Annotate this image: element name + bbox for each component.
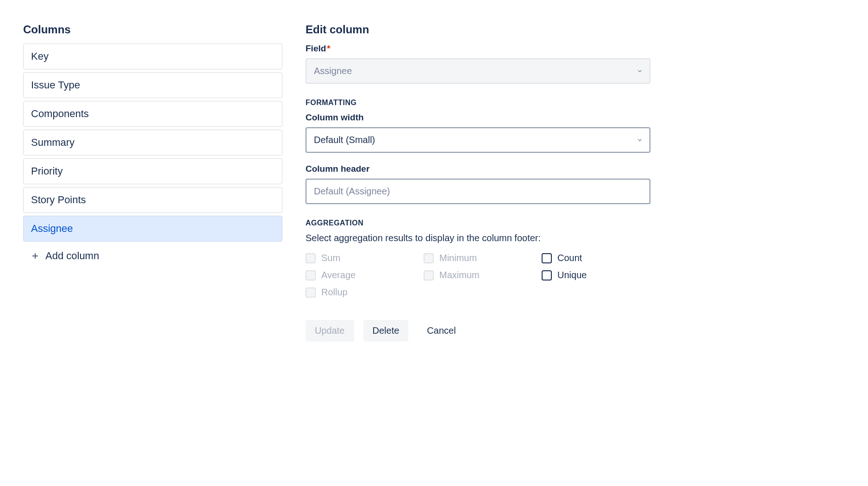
checkbox-label: Sum (321, 253, 340, 263)
columns-title: Columns (23, 23, 282, 36)
aggregation-header: AGGREGATION (306, 219, 650, 227)
checkbox-label: Count (557, 253, 582, 263)
delete-button[interactable]: Delete (363, 320, 409, 342)
formatting-header: FORMATTING (306, 99, 650, 107)
field-label: Field* (306, 44, 650, 54)
column-item[interactable]: Components (23, 101, 282, 127)
required-asterisk: * (327, 44, 330, 53)
checkbox-label: Minimum (439, 253, 477, 263)
add-column-button[interactable]: Add column (23, 244, 106, 268)
edit-column-panel: Edit column Field* Assignee FORMATTING C… (306, 23, 650, 342)
checkbox (306, 270, 316, 280)
checkbox-item: Average (306, 270, 414, 280)
field-select[interactable]: Assignee (306, 58, 650, 84)
update-button: Update (306, 320, 354, 342)
column-item[interactable]: Summary (23, 130, 282, 156)
checkbox-item: Maximum (424, 270, 532, 280)
checkbox-item: Sum (306, 253, 414, 263)
column-item[interactable]: Assignee (23, 216, 282, 242)
columns-panel: Columns KeyIssue TypeComponentsSummaryPr… (23, 23, 282, 342)
aggregation-helper: Select aggregation results to display in… (306, 233, 650, 243)
checkbox-item: Unique (542, 270, 650, 280)
checkbox-label: Unique (557, 270, 587, 280)
column-header-label: Column header (306, 164, 650, 174)
checkbox (306, 253, 316, 263)
checkbox-item: Count (542, 253, 650, 263)
checkbox (424, 253, 434, 263)
add-column-label: Add column (45, 250, 99, 262)
column-item[interactable]: Issue Type (23, 72, 282, 98)
column-header-input[interactable] (306, 179, 650, 204)
checkbox-item: Rollup (306, 287, 414, 298)
column-item[interactable]: Priority (23, 158, 282, 184)
edit-column-title: Edit column (306, 23, 650, 36)
checkbox (306, 287, 316, 298)
button-row: Update Delete Cancel (306, 320, 650, 342)
plus-icon (31, 251, 40, 261)
checkbox[interactable] (542, 270, 552, 280)
column-list: KeyIssue TypeComponentsSummaryPrioritySt… (23, 44, 282, 242)
checkbox-label: Rollup (321, 287, 348, 298)
column-item[interactable]: Key (23, 44, 282, 69)
column-width-select[interactable]: Default (Small) (306, 127, 650, 153)
column-width-label: Column width (306, 112, 650, 123)
checkbox-label: Maximum (439, 270, 480, 280)
cancel-button[interactable]: Cancel (418, 320, 465, 342)
checkbox-label: Average (321, 270, 356, 280)
checkbox (424, 270, 434, 280)
aggregation-grid: SumMinimumCountAverageMaximumUniqueRollu… (306, 253, 650, 298)
checkbox-item: Minimum (424, 253, 532, 263)
checkbox[interactable] (542, 253, 552, 263)
column-item[interactable]: Story Points (23, 187, 282, 213)
